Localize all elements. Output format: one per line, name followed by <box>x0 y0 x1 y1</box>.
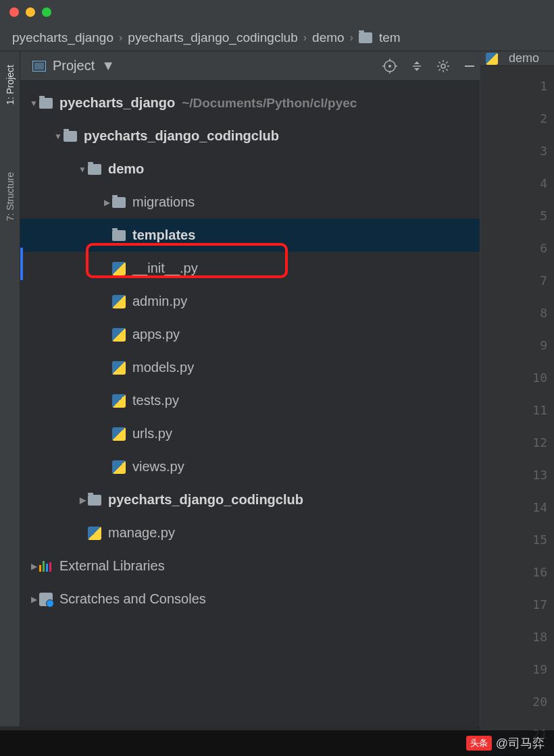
folder-icon <box>88 164 101 175</box>
folder-icon <box>112 197 126 208</box>
breadcrumb-item[interactable]: pyecharts_django_codingclub <box>128 30 297 45</box>
tree-file[interactable]: models.py <box>20 351 480 384</box>
line-number: 15 <box>487 524 547 556</box>
chevron-right-icon: › <box>350 32 353 44</box>
line-number: 5 <box>487 200 547 232</box>
tree-label: templates <box>132 227 195 243</box>
project-view-icon <box>32 61 46 72</box>
folder-icon <box>112 230 126 241</box>
tree-label: apps.py <box>132 327 180 342</box>
tree-label: pyecharts_django_codingclub <box>84 128 279 144</box>
tree-label: pyecharts_django <box>59 95 175 111</box>
chevron-right-icon: ▶ <box>28 595 39 604</box>
chevron-right-icon: ▶ <box>28 562 39 571</box>
maximize-window-button[interactable] <box>42 7 51 17</box>
folder-icon <box>39 98 53 109</box>
tree-file[interactable]: admin.py <box>20 285 480 318</box>
line-number-gutter: 123456789101112131415161718192021 <box>480 66 554 755</box>
tab-project[interactable]: 1: Project <box>3 58 17 111</box>
tree-file[interactable]: tests.py <box>20 384 480 417</box>
editor-tab[interactable]: demo <box>480 51 554 66</box>
line-number: 10 <box>487 362 547 394</box>
tree-file[interactable]: views.py <box>20 450 480 483</box>
line-number: 13 <box>487 459 547 491</box>
tree-scratches[interactable]: ▶ Scratches and Consoles <box>20 583 480 616</box>
tree-app-demo[interactable]: ▼ demo <box>20 153 480 186</box>
tree-module[interactable]: ▶ pyecharts_django_codingclub <box>20 483 480 516</box>
tree-label: manage.py <box>108 525 175 541</box>
line-number: 11 <box>487 394 547 427</box>
svg-rect-1 <box>34 63 44 70</box>
folder-icon <box>64 131 77 142</box>
tree-file-manage[interactable]: manage.py <box>20 516 480 549</box>
watermark-badge: 头条 <box>466 736 492 751</box>
tab-structure[interactable]: 7: Structure <box>3 165 17 227</box>
line-number: 2 <box>487 103 547 135</box>
editor-panel: demo 123456789101112131415161718192021 <box>480 51 554 726</box>
minimize-icon[interactable] <box>463 60 476 72</box>
editor-tab-label: demo <box>509 51 539 65</box>
minimize-window-button[interactable] <box>26 7 35 17</box>
tree-label: tests.py <box>132 393 179 408</box>
tree-external-libraries[interactable]: ▶ External Libraries <box>20 549 480 583</box>
tree-file[interactable]: apps.py <box>20 318 480 351</box>
project-tree: Project ▼ ▼ pyecharts_django ~/Documents… <box>20 51 480 726</box>
tree-path: ~/Documents/Python/cl/pyec <box>182 96 357 111</box>
titlebar <box>0 0 554 24</box>
chevron-down-icon: ▼ <box>53 132 64 141</box>
folder-icon <box>359 32 372 43</box>
python-file-icon <box>112 460 126 474</box>
python-file-icon <box>112 427 126 441</box>
locate-icon[interactable] <box>382 59 397 74</box>
line-number: 16 <box>487 556 547 589</box>
line-number: 18 <box>487 621 547 653</box>
breadcrumb-item[interactable]: tem <box>379 30 401 45</box>
tree-label: models.py <box>132 360 194 375</box>
chevron-down-icon[interactable]: ▼ <box>101 58 115 74</box>
line-number: 12 <box>487 427 547 459</box>
folder-icon <box>88 495 101 506</box>
tree-label: migrations <box>132 194 195 210</box>
line-number: 20 <box>487 686 547 718</box>
python-file-icon <box>112 295 126 308</box>
chevron-right-icon: › <box>119 32 122 44</box>
line-number: 3 <box>487 135 547 167</box>
tree-file[interactable]: urls.py <box>20 417 480 450</box>
breadcrumb-item[interactable]: pyecharts_django <box>12 30 114 45</box>
breadcrumb-item[interactable]: demo <box>312 30 345 45</box>
expand-all-icon[interactable] <box>411 60 423 72</box>
active-tab-indicator <box>20 248 23 280</box>
watermark: 头条 头条 @司马弈 @司马弈 <box>0 730 554 756</box>
line-number: 8 <box>487 297 547 329</box>
python-file-icon <box>88 526 101 540</box>
tree-file[interactable]: __init__.py <box>20 252 480 285</box>
tree-label: admin.py <box>132 294 187 309</box>
python-file-icon <box>112 394 126 408</box>
chevron-down-icon: ▼ <box>28 99 39 108</box>
tree-folder-templates[interactable]: templates <box>20 219 480 252</box>
line-number: 14 <box>487 491 547 524</box>
line-number: 6 <box>487 232 547 265</box>
tree-label: views.py <box>132 459 184 475</box>
svg-point-3 <box>388 65 391 68</box>
side-tabs: 1: Project 7: Structure <box>0 51 20 726</box>
watermark-text: @司马弈 <box>496 735 545 751</box>
breadcrumb[interactable]: pyecharts_django › pyecharts_django_codi… <box>0 24 554 51</box>
tree-label: External Libraries <box>59 558 165 574</box>
chevron-down-icon: ▼ <box>77 165 88 174</box>
gear-icon[interactable] <box>436 59 450 73</box>
close-window-button[interactable] <box>9 7 19 17</box>
line-number: 4 <box>487 167 547 200</box>
line-number: 1 <box>487 70 547 103</box>
tree-label: urls.py <box>132 426 172 441</box>
line-number: 19 <box>487 653 547 686</box>
toolbar-title[interactable]: Project <box>53 58 95 74</box>
python-file-icon <box>486 53 498 65</box>
line-number: 17 <box>487 589 547 621</box>
chevron-right-icon: › <box>303 32 307 44</box>
tree-label: demo <box>108 161 144 177</box>
tree-folder-migrations[interactable]: ▶ migrations <box>20 186 480 219</box>
tree-root[interactable]: ▼ pyecharts_django ~/Documents/Python/cl… <box>20 86 480 119</box>
tree-module[interactable]: ▼ pyecharts_django_codingclub <box>20 119 480 153</box>
python-file-icon <box>112 361 126 375</box>
